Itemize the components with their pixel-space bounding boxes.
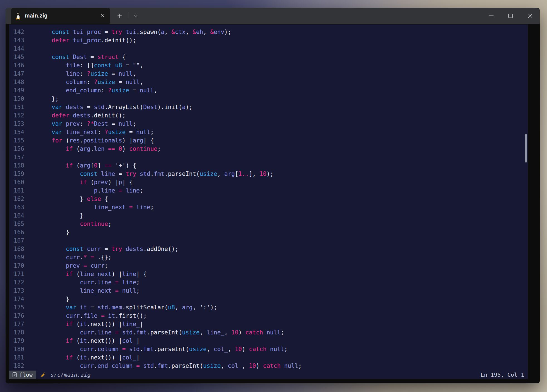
code-token: = [101, 246, 112, 252]
code-line[interactable]: 153 var prev: ?*Dest = null; [13, 120, 528, 128]
code-token [38, 246, 66, 252]
code-token [38, 187, 94, 194]
code-line[interactable]: 148 column: ?usize = null, [13, 78, 528, 86]
code-token: ) | [122, 137, 133, 144]
code-line[interactable]: 145 const Dest = struct { [13, 53, 528, 61]
code-line[interactable]: 167 [13, 236, 528, 245]
code-line[interactable]: 144 [13, 45, 528, 53]
code-text: prev = curr; [38, 262, 108, 269]
code-line[interactable]: 178 curr.line = std.fmt.parseInt(usize, … [13, 328, 528, 337]
line-number: 171 [13, 270, 24, 278]
code-line[interactable]: 172 curr.line = line; [13, 278, 528, 287]
new-tab-button[interactable] [112, 8, 127, 24]
code-line[interactable]: 175 var it = std.mem.splitScalar(u8, arg… [13, 303, 528, 312]
code-line[interactable]: 174 } [13, 295, 528, 303]
code-line[interactable]: 158 if (arg[0] == '+') { [13, 161, 528, 170]
code-token: = [83, 104, 94, 110]
code-line[interactable]: 166 } [13, 228, 528, 236]
code-line[interactable]: 162 } else { [13, 195, 528, 203]
code-text: if (line_next) |line| { [38, 271, 147, 277]
line-number: 154 [13, 128, 24, 136]
code-token [115, 146, 119, 152]
code-token: ; [108, 221, 112, 227]
terminal-content: 142 const tui_proc = try tui.spawn(a, &c… [6, 24, 540, 383]
code-line[interactable]: 157 [13, 153, 528, 161]
line-number: 146 [13, 61, 24, 70]
code-token: ) | [112, 271, 122, 277]
code-token: p [119, 179, 122, 186]
code-line[interactable]: 142 const tui_proc = try tui.spawn(a, &c… [13, 28, 528, 36]
code-line[interactable]: 149 end_column: ?usize = null, [13, 86, 528, 95]
code-line[interactable]: 165 continue; [13, 220, 528, 228]
code-token: line_next [66, 129, 97, 135]
code-token: u8 [115, 62, 122, 69]
code-token: ( [73, 354, 80, 361]
code-line[interactable]: 161 p.line = line; [13, 186, 528, 195]
code-token: ( [73, 146, 80, 152]
code-token: ); [210, 304, 217, 311]
code-line[interactable]: 176 curr.file = it.first(); [13, 312, 528, 320]
code-token: ; [284, 346, 288, 352]
code-token: ) [238, 329, 245, 336]
code-line[interactable]: 152 defer dests.deinit(); [13, 111, 528, 120]
maximize-icon [508, 14, 513, 18]
tab-close-button[interactable] [99, 12, 106, 20]
code-line[interactable]: 171 if (line_next) |line| { [13, 270, 528, 278]
code-line[interactable]: 173 line_next = null; [13, 287, 528, 295]
code-line[interactable]: 164 } [13, 211, 528, 220]
code-token [69, 54, 73, 60]
code-line[interactable]: 182 curr.end_column = std.fmt.parseInt(u… [13, 362, 528, 370]
code-token: try [126, 171, 136, 177]
code-token: struct [97, 54, 119, 60]
maximize-button[interactable] [501, 8, 520, 24]
code-token: ( [73, 337, 80, 344]
code-line[interactable]: 155 for (res.positionals) |arg| { [13, 136, 528, 145]
tab-main-zig[interactable]: main.zig [11, 8, 110, 24]
code-line[interactable]: 179 if (it.next()) |col_| [13, 337, 528, 345]
code-token: null [267, 329, 281, 336]
code-line[interactable]: 159 const line = try std.fmt.parseInt(us… [13, 170, 528, 178]
desktop-wallpaper: { "theme": { "bg_editor": "#171934", "li… [0, 0, 547, 392]
code-line[interactable]: 169 curr.* = .{}; [13, 253, 528, 262]
code-token [38, 312, 66, 319]
code-token: if [66, 146, 73, 152]
code-line[interactable]: 143 defer tui_proc.deinit(); [13, 36, 528, 45]
code-line[interactable]: 180 curr.column = std.fmt.parseInt(usize… [13, 345, 528, 353]
code-token: usize [108, 129, 126, 135]
code-line[interactable]: 181 if (it.next()) |col_| [13, 353, 528, 362]
titlebar-drag-area[interactable] [142, 8, 481, 24]
code-token: ; [298, 363, 302, 369]
code-token: = [87, 54, 97, 60]
flow-menu-button[interactable]: flow [9, 371, 36, 379]
code-token: curr [80, 329, 94, 336]
code-token [38, 120, 52, 127]
code-token: [ [235, 171, 238, 177]
tab-dropdown-button[interactable] [130, 8, 142, 24]
code-line[interactable]: 170 prev = curr; [13, 262, 528, 270]
code-token: = [122, 346, 126, 352]
code-line[interactable]: 156 if (arg.len == 0) continue; [13, 145, 528, 153]
code-line[interactable]: 163 line_next = line; [13, 203, 528, 211]
line-number: 175 [13, 303, 24, 312]
code-token: const [94, 62, 111, 69]
code-line[interactable]: 154 var line_next: ?usize = null; [13, 128, 528, 136]
code-line[interactable]: 168 const curr = try dests.addOne(); [13, 245, 528, 253]
code-line[interactable]: 146 file: []const u8 = "", [13, 61, 528, 70]
code-line[interactable]: 147 line: ?usize = null, [13, 70, 528, 78]
code-token [104, 146, 108, 152]
close-button[interactable] [520, 8, 540, 24]
code-line[interactable]: 160 if (prev) |p| { [13, 178, 528, 186]
code-token: . [91, 146, 94, 152]
code-token: .spawn( [136, 29, 161, 35]
code-line[interactable]: 177 if (it.next()) |line_| [13, 320, 528, 328]
minimize-button[interactable] [481, 8, 501, 24]
code-token: if [66, 162, 73, 169]
scrollbar-thumb[interactable] [525, 134, 527, 162]
code-token [112, 279, 115, 286]
code-line[interactable]: 150 }; [13, 95, 528, 103]
code-line[interactable]: 151 var dests = std.ArrayList(Dest).init… [13, 103, 528, 111]
code-lines[interactable]: 142 const tui_proc = try tui.spawn(a, &c… [9, 24, 528, 371]
code-token: = [119, 187, 122, 194]
code-token: = [122, 62, 133, 69]
code-token: catch [263, 363, 280, 369]
